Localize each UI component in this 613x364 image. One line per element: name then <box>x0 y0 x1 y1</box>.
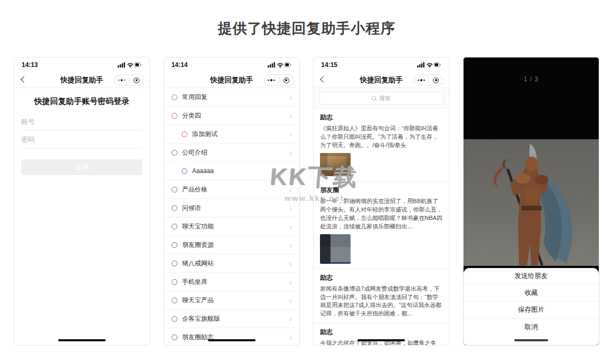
status-icons <box>118 62 142 68</box>
more-icon[interactable] <box>265 79 279 81</box>
chevron-right-icon: › <box>289 130 292 138</box>
password-input[interactable] <box>21 131 143 149</box>
category-label: 猪八戒网站 <box>182 259 214 268</box>
category-row[interactable]: 朋友圈励志› <box>164 328 299 346</box>
search-placeholder: 搜索 <box>379 94 391 102</box>
radio-circle-icon <box>172 261 177 266</box>
chevron-right-icon: › <box>289 204 292 212</box>
category-list: 常用回复›分类四›添加测试›公司介绍›Aaaaaa›产品价格›问候语›聊天宝功能… <box>164 88 299 346</box>
chevron-right-icon: › <box>289 223 292 231</box>
category-row[interactable]: 手机坐席› <box>164 273 299 291</box>
entry-thumbnail[interactable] <box>320 234 351 264</box>
category-row[interactable]: 聊天宝功能› <box>164 217 299 236</box>
phone-category-screen: 14:14 快捷回复助手 <box>164 57 300 346</box>
category-label: Aaaaaa <box>192 167 214 175</box>
chevron-right-icon: › <box>289 112 292 120</box>
entry-text: 新闻有条微博说7成网友赞成数学退出高考，下边一片叫好声。我有个朋友淡淡回了句：“… <box>320 285 442 319</box>
home-indicator <box>58 339 106 342</box>
login-button[interactable]: 登录 <box>21 159 143 175</box>
category-row[interactable]: 猪八戒网站› <box>164 254 299 273</box>
back-icon[interactable] <box>320 76 327 83</box>
more-icon[interactable] <box>115 79 129 81</box>
warrior-image[interactable] <box>464 139 599 266</box>
radio-circle-icon <box>182 131 187 137</box>
reply-entry[interactable]: 励志新闻有条微博说7成网友赞成数学退出高考，下边一片叫好声。我有个朋友淡淡回了句… <box>314 269 449 324</box>
radio-circle-icon <box>172 113 177 119</box>
close-home-icon[interactable] <box>429 78 443 83</box>
radio-circle-icon <box>172 94 177 100</box>
action-sheet: 发送给朋友收藏保存图片取消 <box>464 268 599 345</box>
phone-image-viewer: 1 / 3 发送给朋友收藏保存图片取消 <box>463 57 599 346</box>
entry-title: 励志 <box>320 113 442 122</box>
category-row[interactable]: 聊天宝产品› <box>164 291 299 310</box>
sheet-button[interactable]: 保存图片 <box>464 302 599 319</box>
miniprogram-capsule[interactable] <box>114 74 144 86</box>
entry-text: 那一年，郭德纲饿的实在没招了，用BB机换了两个馒头。有人对年轻的李宗盛说，你那么… <box>320 197 442 231</box>
login-form: 登录 <box>14 107 149 175</box>
account-input[interactable] <box>21 113 143 131</box>
entry-title: 朋友圈 <box>320 186 442 195</box>
miniprogram-capsule[interactable] <box>264 74 294 86</box>
sheet-button[interactable]: 收藏 <box>464 285 599 302</box>
category-label: 分类四 <box>182 111 201 120</box>
radio-circle-icon <box>172 205 177 211</box>
nav-title: 快捷回复助手 <box>360 75 403 85</box>
radio-circle-icon <box>182 168 187 174</box>
search-input[interactable]: 搜索 <box>319 92 444 105</box>
entry-thumbnail[interactable] <box>320 153 351 176</box>
category-label: 问候语 <box>182 204 201 213</box>
chevron-right-icon: › <box>289 260 292 267</box>
chevron-right-icon: › <box>289 149 292 157</box>
chevron-right-icon: › <box>289 296 292 304</box>
close-home-icon[interactable] <box>129 78 144 83</box>
category-row[interactable]: 企客宝旗舰版› <box>164 310 299 328</box>
reply-feed: 励志《疯狂原始人》里面有句台词：“你那能叫活着么？你那只能叫没死。”为了活着，为… <box>314 109 449 346</box>
chevron-right-icon: › <box>289 93 292 101</box>
status-time: 14:13 <box>22 61 38 69</box>
screenshots-row: 14:13 快捷回复助手 <box>0 57 613 346</box>
miniprogram-capsule[interactable] <box>413 74 444 86</box>
category-row[interactable]: 添加测试› <box>164 125 299 143</box>
close-home-icon[interactable] <box>279 78 294 83</box>
category-row[interactable]: 问候语› <box>164 199 299 217</box>
home-indicator <box>357 339 405 342</box>
radio-circle-icon <box>172 242 177 248</box>
category-label: 聊天宝产品 <box>182 296 214 305</box>
back-icon[interactable] <box>21 76 27 83</box>
radio-circle-icon <box>172 316 177 322</box>
reply-entry[interactable]: 朋友圈那一年，郭德纲饿的实在没招了，用BB机换了两个馒头。有人对年轻的李宗盛说，… <box>314 181 449 269</box>
image-counter: 1 / 3 <box>524 75 539 139</box>
login-heading: 快捷回复助手账号密码登录 <box>14 97 149 107</box>
home-indicator <box>208 339 256 342</box>
category-label: 添加测试 <box>192 130 218 139</box>
radio-circle-icon <box>172 298 177 303</box>
search-icon <box>372 96 376 101</box>
radio-circle-icon <box>172 279 177 285</box>
category-label: 公司介绍 <box>182 148 208 157</box>
category-row[interactable]: 常用回复› <box>164 88 299 107</box>
search-bar-wrap: 搜索 <box>314 88 449 109</box>
nav-bar: 快捷回复助手 <box>164 72 299 88</box>
category-label: 企客宝旗舰版 <box>182 314 220 323</box>
category-label: 产品价格 <box>182 185 208 194</box>
status-time: 14:15 <box>321 61 337 69</box>
category-row[interactable]: 分类四› <box>164 107 299 125</box>
chevron-right-icon: › <box>289 186 292 194</box>
entry-title: 励志 <box>320 273 442 282</box>
category-row[interactable]: 朋友圈资源› <box>164 236 299 254</box>
chevron-right-icon: › <box>289 167 292 175</box>
more-icon[interactable] <box>414 79 428 81</box>
sheet-button[interactable]: 取消 <box>464 319 599 336</box>
phone-login-screen: 14:13 快捷回复助手 <box>14 57 150 346</box>
category-row[interactable]: 产品价格› <box>164 180 299 199</box>
status-icons <box>268 62 292 68</box>
sheet-button[interactable]: 发送给朋友 <box>464 268 599 285</box>
home-indicator <box>514 339 548 341</box>
reply-entry[interactable]: 励志《疯狂原始人》里面有句台词：“你那能叫活着么？你那只能叫没死。”为了活着，为… <box>314 109 449 181</box>
category-row[interactable]: Aaaaaa› <box>164 162 299 180</box>
category-row[interactable]: 公司介绍› <box>164 143 299 162</box>
category-label: 手机坐席 <box>182 277 208 286</box>
radio-circle-icon <box>172 150 177 156</box>
reply-entry[interactable]: 励志今我之志何在？如笼鸟，如困兽，如鹰隼之失翼，如潜龙之失鳞。耽于三尺之安乐，而… <box>314 323 449 346</box>
radio-circle-icon <box>172 334 177 340</box>
